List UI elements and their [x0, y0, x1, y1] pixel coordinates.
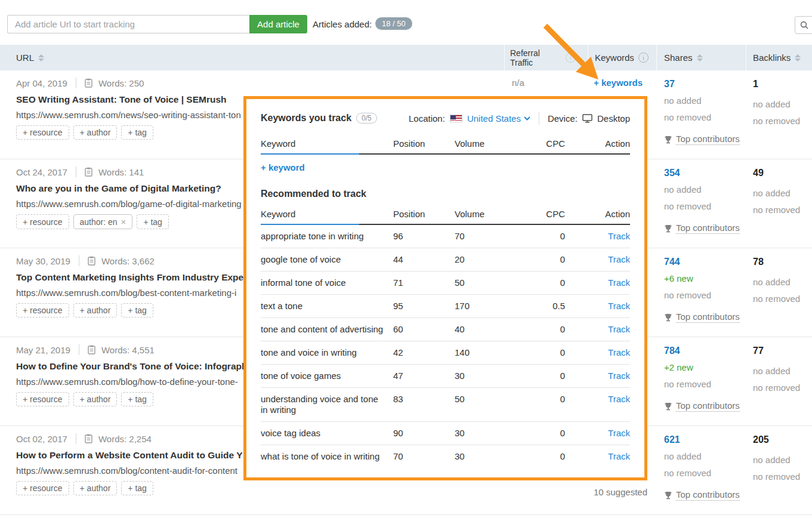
article-title[interactable]: How to Perform a Website Content Audit t… [16, 450, 242, 461]
divider [79, 255, 79, 266]
top-contributors-link[interactable]: Top contributors [664, 223, 740, 234]
article-url-input[interactable] [7, 15, 249, 33]
backlinks-removed: no removed [753, 294, 800, 304]
popup-header: Keywords you track 0/5 Location: United … [261, 112, 630, 125]
document-icon [85, 167, 92, 177]
col-action: Action [565, 209, 630, 219]
keywords-info-icon[interactable]: i [638, 53, 649, 63]
chevron-down-icon [524, 116, 530, 121]
location-select[interactable]: United States [467, 113, 530, 124]
add-author-tag[interactable]: + author [73, 481, 118, 495]
sort-icon[interactable] [697, 54, 703, 61]
track-button[interactable]: Track [608, 347, 630, 357]
track-button[interactable]: Track [608, 301, 630, 311]
top-contributors-link[interactable]: Top contributors [664, 489, 740, 501]
article-words: Words: 141 [98, 167, 144, 177]
backlinks-count: 49 [753, 168, 764, 178]
article-title[interactable]: How to Define Your Brand's Tone of Voice… [16, 361, 247, 372]
track-button[interactable]: Track [608, 428, 630, 438]
add-resource-tag[interactable]: + resource [16, 303, 69, 317]
backlinks-added: no added [753, 188, 791, 198]
track-button[interactable]: Track [608, 394, 630, 404]
shares-count: 621 [664, 434, 680, 445]
add-keyword-link[interactable]: + keyword [261, 162, 305, 172]
article-title[interactable]: SEO Writing Assistant: Tone of Voice | S… [16, 94, 227, 105]
column-divider [656, 45, 657, 70]
add-keywords-link[interactable]: + keywords [594, 78, 643, 88]
divider [76, 78, 76, 88]
referral-info-icon[interactable]: i [566, 45, 576, 70]
article-meta: Oct 24, 2017 Words: 141 [16, 167, 144, 177]
backlinks-added: no added [753, 366, 791, 376]
recommended-title: Recommended to track [261, 189, 630, 199]
add-resource-tag[interactable]: + resource [16, 125, 69, 140]
divider [76, 167, 76, 177]
article-url[interactable]: https://www.semrush.com/news/seo-writing… [16, 110, 241, 120]
shares-added: no added [664, 451, 702, 461]
trophy-icon [664, 402, 672, 411]
col-action: Action [565, 138, 630, 149]
trophy-icon [664, 135, 672, 144]
search-input[interactable]: S [795, 16, 812, 34]
author-tag[interactable]: author: en × [73, 214, 133, 229]
top-contributors-link[interactable]: Top contributors [664, 400, 740, 412]
add-author-tag[interactable]: + author [73, 125, 118, 140]
article-url[interactable]: https://www.semrush.com/blog/how-to-defi… [16, 377, 238, 387]
add-tag-tag[interactable]: + tag [121, 481, 153, 495]
column-header-shares[interactable]: Shares [664, 45, 703, 70]
backlinks-added: no added [753, 455, 791, 465]
shares-removed: no removed [664, 379, 711, 389]
top-contributors-link[interactable]: Top contributors [664, 312, 740, 323]
trophy-icon [664, 224, 672, 233]
divider [539, 112, 539, 125]
add-tag-tag[interactable]: + tag [137, 214, 169, 229]
add-tag-tag[interactable]: + tag [121, 303, 153, 317]
add-resource-tag[interactable]: + resource [16, 214, 69, 229]
document-icon [88, 345, 95, 354]
sort-icon[interactable] [38, 54, 44, 61]
article-url[interactable]: https://www.semrush.com/blog/content-aud… [16, 465, 237, 476]
article-title[interactable]: Top Content Marketing Insights From Indu… [16, 272, 243, 283]
track-button[interactable]: Track [608, 371, 630, 381]
track-button[interactable]: Track [608, 254, 630, 264]
article-words: Words: 250 [98, 78, 144, 88]
column-header-url[interactable]: URL [16, 45, 44, 70]
suggested-count: 10 suggested [243, 487, 647, 497]
shares-added: +2 new [664, 362, 693, 372]
article-meta: Apr 04, 2019 Words: 250 [16, 78, 144, 88]
sort-icon[interactable] [795, 54, 801, 61]
article-url[interactable]: https://www.semrush.com/blog/game-of-dig… [16, 199, 242, 209]
add-tag-tag[interactable]: + tag [121, 392, 153, 406]
top-contributors-link[interactable]: Top contributors [664, 134, 740, 145]
article-title[interactable]: Who are you in the Game of Digital Marke… [16, 183, 221, 194]
keywords-popup: Keywords you track 0/5 Location: United … [243, 96, 647, 480]
article-words: Words: 2,254 [98, 434, 152, 444]
tracked-keywords-header: Keyword Position Volume CPC Action [261, 138, 630, 155]
add-author-tag[interactable]: + author [73, 303, 118, 317]
col-cpc: CPC [517, 209, 565, 219]
track-button[interactable]: Track [608, 278, 630, 288]
add-resource-tag[interactable]: + resource [16, 481, 69, 495]
add-tag-tag[interactable]: + tag [121, 125, 153, 140]
column-divider [504, 45, 505, 70]
backlinks-removed: no removed [753, 471, 800, 482]
article-meta: Oct 02, 2017 Words: 2,254 [16, 433, 152, 444]
tag-list: + resource + author + tag [16, 481, 153, 495]
search-icon [800, 21, 808, 29]
track-button[interactable]: Track [608, 324, 630, 334]
add-article-button[interactable]: Add article [249, 15, 307, 33]
add-author-tag[interactable]: + author [73, 392, 118, 406]
track-button[interactable]: Track [608, 231, 630, 241]
shares-removed: no removed [664, 290, 711, 300]
backlinks-removed: no removed [753, 383, 800, 393]
article-date: Apr 04, 2019 [16, 78, 67, 88]
shares-removed: no removed [664, 468, 711, 478]
column-header-backlinks[interactable]: Backlinks [753, 45, 801, 70]
document-icon [88, 256, 95, 266]
article-url[interactable]: https://www.semrush.com/blog/best-conten… [16, 288, 236, 298]
table-header: URL Referral Traffic i Keywords i Shares… [0, 45, 812, 70]
track-button[interactable]: Track [608, 451, 630, 461]
close-icon[interactable]: × [121, 217, 126, 227]
backlinks-count: 78 [753, 257, 764, 267]
add-resource-tag[interactable]: + resource [16, 392, 69, 406]
